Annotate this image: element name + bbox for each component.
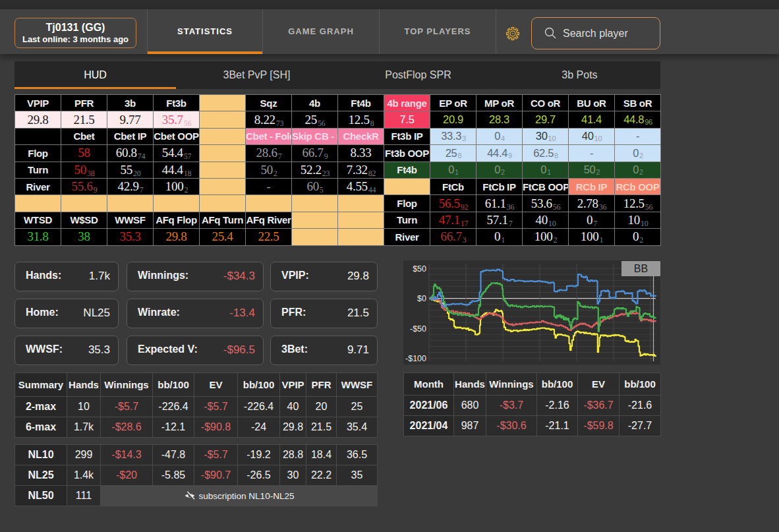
svg-text:$0: $0 (417, 294, 426, 303)
svg-text:-$50: -$50 (410, 324, 426, 334)
svg-text:$50: $50 (413, 264, 426, 274)
svg-text:-$100: -$100 (405, 354, 426, 363)
